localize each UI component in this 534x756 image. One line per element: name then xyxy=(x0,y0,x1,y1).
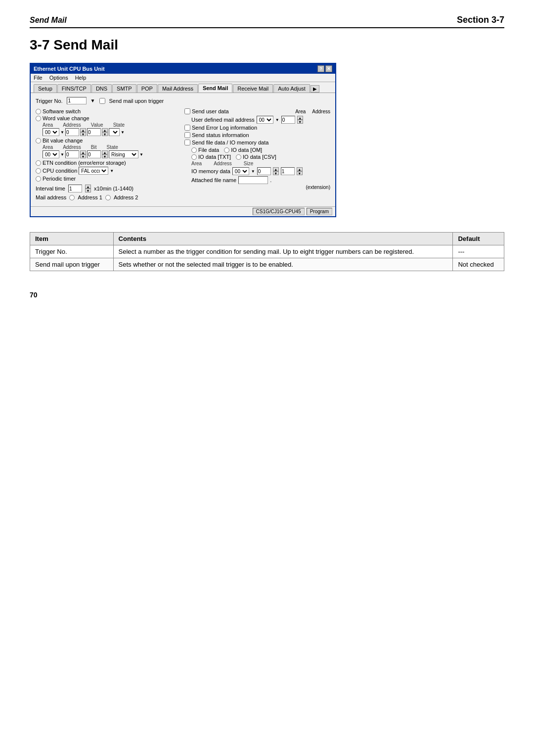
word-value-up[interactable]: ▲ xyxy=(102,128,108,132)
radio-word-value: Word value change xyxy=(36,115,181,121)
send-status-checkbox[interactable] xyxy=(184,132,190,138)
interval-down[interactable]: ▼ xyxy=(85,189,91,192)
radio-io-csv: IO data [CSV] xyxy=(236,154,276,160)
address-header: Address xyxy=(214,161,232,166)
bit-area-select[interactable]: 00 xyxy=(43,150,59,158)
bottom-rows: Interval time ▲ ▼ x10min (1-1440) Mail a… xyxy=(36,185,181,200)
io-memory-addr-up[interactable]: ▲ xyxy=(273,167,279,171)
radio-word-value-input[interactable] xyxy=(36,116,41,121)
tab-dns[interactable]: DNS xyxy=(91,84,112,93)
bit-sub-labels: Area Address Bit State xyxy=(43,144,181,150)
tab-auto-adjust[interactable]: Auto Adjust xyxy=(273,84,310,93)
interval-value-input[interactable] xyxy=(68,185,82,192)
send-file-data-checkbox[interactable] xyxy=(184,140,190,145)
trigger-no-label: Trigger No. xyxy=(36,98,63,104)
word-value-down[interactable]: ▼ xyxy=(102,132,108,136)
io-memory-size-up[interactable]: ▲ xyxy=(297,167,303,171)
radio-file-data-input[interactable] xyxy=(191,147,197,153)
menu-file[interactable]: File xyxy=(34,75,43,81)
left-column: Software switch Word value change Area A… xyxy=(36,108,181,202)
tab-scroll-right[interactable]: ▶ xyxy=(311,85,319,93)
bit-bit-input[interactable] xyxy=(87,150,101,158)
attached-file-row: Attached file name . (extension) xyxy=(191,176,330,190)
send-error-log-checkbox[interactable] xyxy=(184,125,190,131)
word-address-down[interactable]: ▼ xyxy=(80,132,86,136)
mail-addr-1-input[interactable] xyxy=(69,195,75,200)
radio-io-csv-input[interactable] xyxy=(236,154,241,160)
send-status-row: Send status information xyxy=(184,132,330,138)
titlebar-buttons: ? ✕ xyxy=(317,65,332,72)
send-user-data-checkbox[interactable] xyxy=(184,108,190,114)
page-title: 3-7 Send Mail xyxy=(30,37,504,53)
menu-help[interactable]: Help xyxy=(75,75,87,81)
word-address-input[interactable] xyxy=(65,128,79,136)
user-defined-area-select[interactable]: 00 xyxy=(257,116,273,124)
send-user-data-label: Send user data xyxy=(192,108,229,114)
file-io-radio-group2: IO data [TXT] IO data [CSV] xyxy=(191,154,330,160)
radio-bit-value-input[interactable] xyxy=(36,138,41,143)
attached-file-input[interactable] xyxy=(238,176,268,184)
radio-cpu-condition-input[interactable] xyxy=(36,168,41,174)
tab-smtp[interactable]: SMTP xyxy=(112,84,136,93)
send-on-trigger-checkbox[interactable] xyxy=(99,98,105,104)
table-header-item: Item xyxy=(30,233,114,245)
menu-options[interactable]: Options xyxy=(49,75,68,81)
bit-bit-up[interactable]: ▲ xyxy=(102,150,108,154)
word-value-input[interactable] xyxy=(87,128,101,136)
table-row: Trigger No.Select a number as the trigge… xyxy=(30,245,504,258)
user-defined-down[interactable]: ▼ xyxy=(297,120,303,124)
dialog-title: Ethernet Unit CPU Bus Unit xyxy=(34,66,105,72)
user-defined-up[interactable]: ▲ xyxy=(297,116,303,120)
radio-software-switch-label: Software switch xyxy=(43,108,81,114)
radio-periodic-timer-input[interactable] xyxy=(36,176,41,182)
table-cell-default: Not checked xyxy=(453,258,504,271)
bit-address-input[interactable] xyxy=(65,150,79,158)
radio-io-txt: IO data [TXT] xyxy=(191,154,231,160)
close-button[interactable]: ✕ xyxy=(325,65,332,72)
word-area-select[interactable]: 00 xyxy=(43,128,59,136)
user-defined-spinner: ▲ ▼ xyxy=(297,116,303,124)
bit-address-up[interactable]: ▲ xyxy=(80,150,86,154)
user-defined-row: User defined mail address 00 ▼ ▲ ▼ xyxy=(191,116,330,124)
radio-io-txt-input[interactable] xyxy=(191,154,197,160)
tab-pop[interactable]: POP xyxy=(137,84,157,93)
user-defined-address-input[interactable] xyxy=(281,116,295,124)
tab-mail-address[interactable]: Mail Address xyxy=(158,84,198,93)
bit-state-label: State xyxy=(106,144,118,150)
io-memory-address-input[interactable] xyxy=(257,167,271,175)
word-address-up[interactable]: ▲ xyxy=(80,128,86,132)
io-memory-addr-down[interactable]: ▼ xyxy=(273,171,279,175)
help-button[interactable]: ? xyxy=(317,65,324,72)
interval-up[interactable]: ▲ xyxy=(85,185,91,189)
tab-receive-mail[interactable]: Receive Mail xyxy=(233,84,273,93)
radio-etn-condition-input[interactable] xyxy=(36,160,41,166)
send-user-data-row: Send user data Area Address xyxy=(184,108,330,114)
trigger-dropdown-arrow[interactable]: ▼ xyxy=(90,98,95,103)
word-address-spinner: ▲ ▼ xyxy=(80,128,86,136)
word-state-select[interactable]: = xyxy=(109,128,120,136)
fal-dropdown-arrow: ▼ xyxy=(110,169,114,173)
send-file-data-row: Send file data / IO memory data xyxy=(184,140,330,145)
io-memory-size-down[interactable]: ▼ xyxy=(297,171,303,175)
bit-bit-down[interactable]: ▼ xyxy=(102,154,108,158)
mail-addr-2-input[interactable] xyxy=(105,195,111,200)
radio-file-data: File data xyxy=(191,147,219,153)
fal-dropdown[interactable]: FAL occurrence xyxy=(79,167,108,175)
tab-send-mail[interactable]: Send Mail xyxy=(198,84,232,93)
table-header-contents: Contents xyxy=(113,233,453,245)
radio-software-switch-input[interactable] xyxy=(36,109,41,114)
radio-io-om-label: IO data [OM] xyxy=(231,147,262,153)
tab-setup[interactable]: Setup xyxy=(34,84,57,93)
trigger-no-input[interactable] xyxy=(67,97,87,104)
bit-address-down[interactable]: ▼ xyxy=(80,154,86,158)
io-memory-size-input[interactable] xyxy=(281,167,295,175)
radio-io-om-input[interactable] xyxy=(224,147,229,153)
radio-file-data-label: File data xyxy=(198,147,219,153)
dialog-statusbar: CS1G/CJ1G-CPU45 Program xyxy=(31,206,335,216)
bit-state-select[interactable]: Rising xyxy=(109,150,138,158)
tab-fins-tcp[interactable]: FINS/TCP xyxy=(57,84,91,93)
table-row: Send mail upon triggerSets whether or no… xyxy=(30,258,504,271)
radio-io-txt-label: IO data [TXT] xyxy=(198,154,231,160)
io-memory-area-select[interactable]: 00 xyxy=(232,167,249,175)
header-right: Section 3-7 xyxy=(457,15,504,25)
